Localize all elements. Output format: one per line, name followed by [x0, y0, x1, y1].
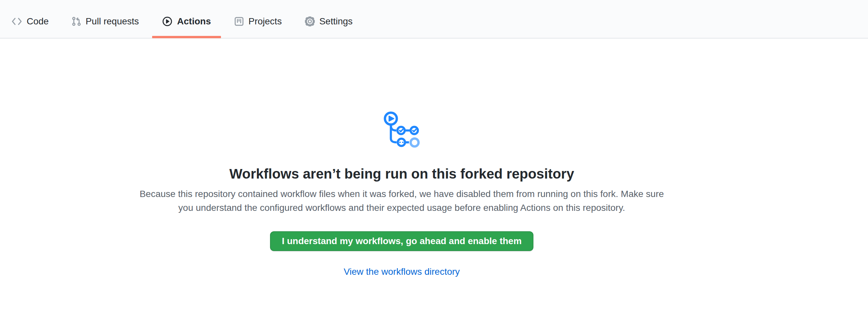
enable-workflows-button[interactable]: I understand my workflows, go ahead and …: [270, 231, 533, 251]
tab-actions[interactable]: Actions: [152, 5, 221, 38]
tab-label: Code: [27, 17, 49, 26]
repo-tab-bar: Code Pull requests Actions: [0, 0, 868, 38]
code-icon: [11, 17, 22, 26]
view-workflows-directory-link[interactable]: View the workflows directory: [344, 267, 460, 277]
gear-icon: [305, 17, 315, 26]
link-row: View the workflows directory: [0, 267, 803, 277]
tab-projects[interactable]: Projects: [224, 5, 292, 38]
tab-label: Actions: [177, 17, 211, 26]
blankslate: Workflows aren’t being run on this forke…: [0, 38, 803, 277]
page-title: Workflows aren’t being run on this forke…: [0, 165, 803, 183]
actions-disabled-page: Workflows aren’t being run on this forke…: [0, 38, 868, 277]
play-circle-icon: [162, 16, 173, 27]
tab-label: Projects: [249, 17, 282, 26]
tab-settings[interactable]: Settings: [295, 5, 363, 38]
workflow-graph-icon: [383, 111, 421, 150]
tab-pull-requests[interactable]: Pull requests: [62, 5, 149, 38]
git-pull-request-icon: [72, 17, 81, 26]
blankslate-description: Because this repository contained workfl…: [132, 187, 672, 215]
project-icon: [234, 17, 244, 26]
tab-code[interactable]: Code: [2, 5, 59, 38]
tab-label: Settings: [319, 17, 353, 26]
tab-label: Pull requests: [86, 17, 139, 26]
